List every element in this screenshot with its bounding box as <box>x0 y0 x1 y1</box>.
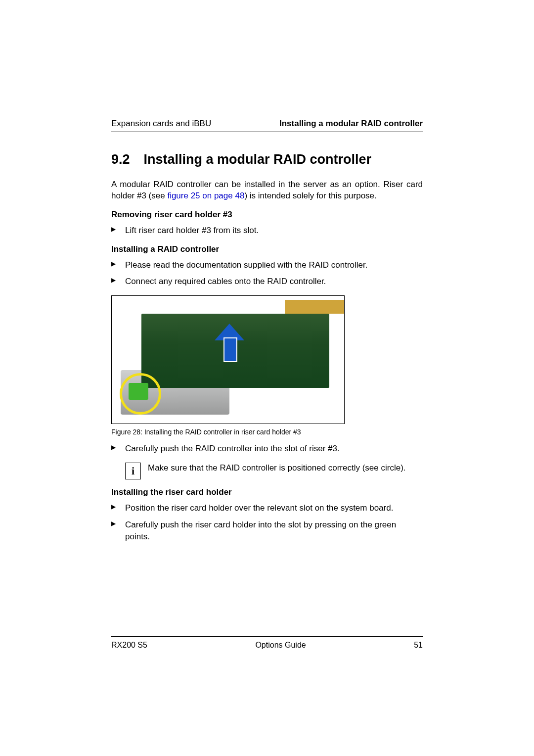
section-heading: 9.2Installing a modular RAID controller <box>111 152 423 167</box>
info-note: i Make sure that the RAID controller is … <box>125 463 423 479</box>
list-item: Carefully push the riser card holder int… <box>111 519 423 543</box>
header-left: Expansion cards and iBBU <box>111 119 211 129</box>
figure-caption: Figure 28: Installing the RAID controlle… <box>111 428 423 436</box>
intro-post: ) is intended solely for this purpose. <box>244 191 376 200</box>
running-header: Expansion cards and iBBU Installing a mo… <box>111 119 423 132</box>
steps-installing-before: Please read the documentation supplied w… <box>111 259 423 288</box>
page: Expansion cards and iBBU Installing a mo… <box>0 0 534 756</box>
footer-page-number: 51 <box>414 641 423 650</box>
blue-arrow-icon <box>216 325 243 360</box>
steps-removing: Lift riser card holder #3 from its slot. <box>111 225 423 236</box>
subhead-removing: Removing riser card holder #3 <box>111 210 423 220</box>
footer-left: RX200 S5 <box>111 641 147 650</box>
header-right: Installing a modular RAID controller <box>279 119 423 129</box>
subhead-installing-controller: Installing a RAID controller <box>111 244 423 254</box>
info-text: Make sure that the RAID controller is po… <box>148 463 423 474</box>
section-number: 9.2 <box>111 152 130 167</box>
section-title-text: Installing a modular RAID controller <box>144 152 372 167</box>
list-item: Connect any required cables onto the RAI… <box>111 276 423 287</box>
info-icon: i <box>125 463 141 479</box>
highlight-circle-icon <box>120 373 161 415</box>
subhead-installing-holder: Installing the riser card holder <box>111 487 423 497</box>
crossref-link[interactable]: figure 25 on page 48 <box>167 191 244 200</box>
list-item: Position the riser card holder over the … <box>111 502 423 514</box>
page-footer: RX200 S5 Options Guide 51 <box>111 636 423 650</box>
steps-installing-after: Carefully push the RAID controller into … <box>111 443 423 455</box>
list-item: Please read the documentation supplied w… <box>111 259 423 271</box>
figure-image <box>111 295 345 424</box>
steps-installing-holder: Position the riser card holder over the … <box>111 502 423 542</box>
list-item: Carefully push the RAID controller into … <box>111 443 423 455</box>
footer-center: Options Guide <box>255 641 306 650</box>
list-item: Lift riser card holder #3 from its slot. <box>111 225 423 236</box>
intro-paragraph: A modular RAID controller can be install… <box>111 179 423 202</box>
